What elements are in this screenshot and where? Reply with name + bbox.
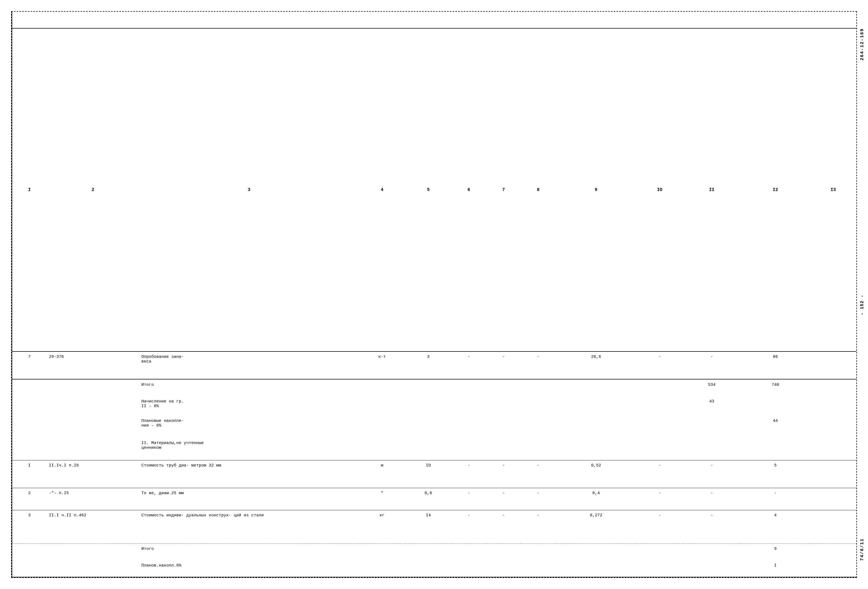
cell-row2-col10: - <box>636 460 683 488</box>
side-label-top: 264-12-169 <box>860 28 865 60</box>
summary-label-itogo1: Итого <box>139 380 359 396</box>
cell-row2-col11: - <box>683 460 741 488</box>
summary-row-planakov2: Планов.накопл.6% I <box>12 561 856 577</box>
spacer-row <box>12 12 856 28</box>
header-col4: 4 <box>359 28 405 352</box>
cell-row1-col10: - <box>636 352 683 379</box>
cell-row4-col1: 3 <box>12 510 47 543</box>
cell-row3-col10: - <box>636 488 683 510</box>
table-row: 3 II.I ч.II п.462 Стоимость индиви- дуал… <box>12 510 856 543</box>
cell-row1-col12: 86 <box>741 352 810 379</box>
summary-planakov2-col12: I <box>741 561 810 577</box>
header-col5: 5 <box>405 28 452 352</box>
cell-row2-col12: 5 <box>741 460 810 488</box>
table-row: 2 -"- п.I5 То же, диам.25 мм " 0,6 - - -… <box>12 488 856 510</box>
summary-label-itogo2: Итого <box>139 544 359 561</box>
cell-row1-col5: 3 <box>405 352 452 379</box>
header-col11: II <box>683 28 741 352</box>
cell-row4-col3: Стоимость индиви- дуальных конструк- ций… <box>139 510 359 543</box>
summary-itogo1-col12: 740 <box>741 380 810 396</box>
header-col6: 6 <box>452 28 486 352</box>
cell-row1-col1: 7 <box>12 352 47 379</box>
header-col13: I3 <box>810 28 856 352</box>
section-header-label: II. Материалы,не учтенные ценником <box>139 435 359 460</box>
cell-row3-col8: - <box>521 488 555 510</box>
cell-row1-col9: 28,6 <box>555 352 636 379</box>
cell-row4-col4: кг <box>359 510 405 543</box>
header-col7: 7 <box>486 28 521 352</box>
cell-row2-col6: - <box>452 460 486 488</box>
cell-row1-col11: - <box>683 352 741 379</box>
cell-row2-col8: - <box>521 460 555 488</box>
cell-row2-col4: м <box>359 460 405 488</box>
cell-row4-col11: - <box>683 510 741 543</box>
cell-row1-col6: - <box>452 352 486 379</box>
cell-row3-col1: 2 <box>12 488 47 510</box>
main-table: I 2 3 4 5 6 7 8 9 IO II I2 I3 7 29-376 О… <box>12 12 856 577</box>
cell-row3-col5: 0,6 <box>405 488 452 510</box>
cell-row3-col12: - <box>741 488 810 510</box>
section-header-row: II. Материалы,не учтенные ценником <box>12 435 856 460</box>
cell-row3-col13 <box>810 488 856 510</box>
cell-row3-col2: -"- п.I5 <box>47 488 139 510</box>
cell-row1-col4: к-т <box>359 352 405 379</box>
cell-row1-col7: - <box>486 352 521 379</box>
header-col1: I <box>12 28 47 352</box>
table-row: 7 29-376 Опробование зана- веса к-т 3 - … <box>12 352 856 379</box>
cell-row3-col4: " <box>359 488 405 510</box>
cell-row1-col8: - <box>521 352 555 379</box>
cell-row4-col10: - <box>636 510 683 543</box>
cell-row2-col1: I <box>12 460 47 488</box>
side-label-mid: - 152 - <box>860 294 865 315</box>
summary-row-nachislenie: Начисление на гр. II – 8% 43 <box>12 396 856 416</box>
summary-label-planovye: Плановые накопле- ния – 6% <box>139 416 359 435</box>
cell-row4-col7: - <box>486 510 521 543</box>
summary-label-nachislenie: Начисление на гр. II – 8% <box>139 396 359 416</box>
header-col9: 9 <box>555 28 636 352</box>
cell-row2-col2: II.Iч.I п.I6 <box>47 460 139 488</box>
header-col12: I2 <box>741 28 810 352</box>
cell-row4-col12: 4 <box>741 510 810 543</box>
summary-planovye-col12: 44 <box>741 416 810 435</box>
header-col3: 3 <box>139 28 359 352</box>
cell-row1-col2: 29-376 <box>47 352 139 379</box>
cell-row1-col13 <box>810 352 856 379</box>
cell-row2-col13 <box>810 460 856 488</box>
cell-row2-col5: IO <box>405 460 452 488</box>
cell-row1-col3: Опробование зана- веса <box>139 352 359 379</box>
table-row: I II.Iч.I п.I6 Стоимость труб диа- метро… <box>12 460 856 488</box>
cell-row3-col11: - <box>683 488 741 510</box>
summary-itogo2-col12: 9 <box>741 544 810 561</box>
summary-label-planakov2: Планов.накопл.6% <box>139 561 359 577</box>
header-col2: 2 <box>47 28 139 352</box>
cell-row3-col7: - <box>486 488 521 510</box>
summary-row-itogo1: Итого 534 740 <box>12 380 856 396</box>
cell-row2-col3: Стоимость труб диа- метром 32 мм <box>139 460 359 488</box>
side-label-bottom: 74/6/11 <box>860 538 865 561</box>
cell-row3-col3: То же, диам.25 мм <box>139 488 359 510</box>
cell-row3-col6: - <box>452 488 486 510</box>
summary-row-itogo2: Итого 9 <box>12 544 856 561</box>
cell-row4-col6: - <box>452 510 486 543</box>
page-border: 264-12-169 - 152 - 74/6/11 I 2 3 4 5 <box>11 11 857 578</box>
cell-row2-col7: - <box>486 460 521 488</box>
table-header: I 2 3 4 5 6 7 8 9 IO II I2 I3 <box>12 28 856 352</box>
summary-itogo1-col11: 534 <box>683 380 741 396</box>
cell-row4-col8: - <box>521 510 555 543</box>
summary-row-planovye: Плановые накопле- ния – 6% 44 <box>12 416 856 435</box>
cell-row4-col13 <box>810 510 856 543</box>
cell-row3-col9: 0,4 <box>555 488 636 510</box>
cell-row2-col9: 0,52 <box>555 460 636 488</box>
header-col10: IO <box>636 28 683 352</box>
cell-row4-col9: 0,272 <box>555 510 636 543</box>
summary-nachislenie-col11: 43 <box>683 396 741 416</box>
cell-row4-col2: II.I ч.II п.462 <box>47 510 139 543</box>
header-col8: 8 <box>521 28 555 352</box>
cell-row4-col5: I4 <box>405 510 452 543</box>
